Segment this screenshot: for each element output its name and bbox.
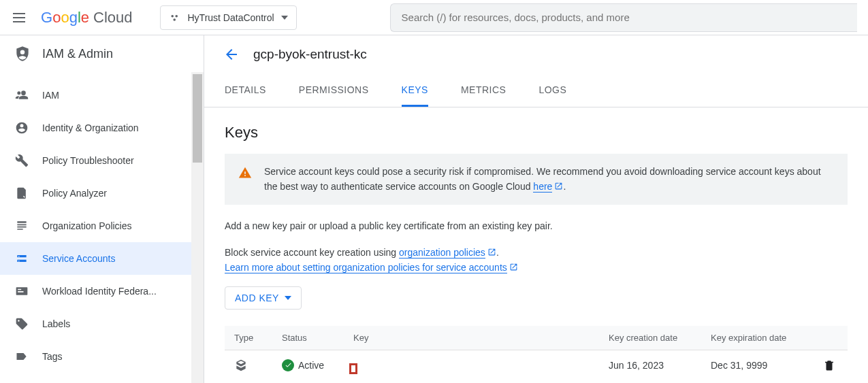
sidebar-item-workload-identity[interactable]: Workload Identity Federa... xyxy=(0,275,204,307)
tab-permissions[interactable]: PERMISSIONS xyxy=(299,75,369,107)
security-alert: Service account keys could pose a securi… xyxy=(225,154,848,205)
product-name: Cloud xyxy=(93,9,132,27)
col-created: Key creation date xyxy=(599,326,701,350)
status-value: Active xyxy=(298,360,324,371)
sidebar-item-iam[interactable]: IAM xyxy=(0,79,204,112)
sidebar-item-service-accounts[interactable]: Service Accounts xyxy=(0,242,204,275)
sidebar-item-tags[interactable]: Tags xyxy=(0,340,204,373)
col-type: Type xyxy=(225,326,272,350)
add-key-button[interactable]: ADD KEY xyxy=(225,286,302,310)
list-icon xyxy=(15,219,29,233)
col-key: Key xyxy=(344,326,599,350)
nav-label: Labels xyxy=(42,318,70,329)
here-link[interactable]: here xyxy=(533,181,552,193)
nav-label: Policy Troubleshooter xyxy=(42,155,134,166)
nav-label: Service Accounts xyxy=(42,253,115,264)
search-input[interactable] xyxy=(390,3,857,32)
project-name: HyTrust DataControl xyxy=(188,12,274,23)
google-cloud-logo[interactable]: Google Cloud xyxy=(41,9,133,27)
block-text: Block service account key creation using xyxy=(225,247,399,258)
person-circle-icon xyxy=(15,121,29,135)
tag-icon xyxy=(15,317,29,331)
add-key-label: ADD KEY xyxy=(235,293,279,303)
add-key-description: Add a new key pair or upload a public ke… xyxy=(225,218,848,233)
sidebar-item-labels[interactable]: Labels xyxy=(0,307,204,340)
learn-more-link[interactable]: Learn more about setting organization po… xyxy=(225,262,507,273)
col-expires: Key expiration date xyxy=(701,326,814,350)
nav-label: Workload Identity Federa... xyxy=(42,286,157,297)
project-icon xyxy=(169,12,181,24)
scrollbar[interactable] xyxy=(191,72,204,383)
external-link-icon xyxy=(487,248,496,256)
tab-logs[interactable]: LOGS xyxy=(539,75,566,107)
card-icon xyxy=(15,284,29,298)
nav-label: Tags xyxy=(42,351,63,362)
label-icon xyxy=(15,350,29,363)
keys-heading: Keys xyxy=(225,124,848,141)
sidebar-item-policy-analyzer[interactable]: Policy Analyzer xyxy=(0,177,204,210)
service-account-icon xyxy=(15,252,29,265)
svg-point-1 xyxy=(175,14,178,17)
col-status: Status xyxy=(272,326,344,350)
check-circle-icon xyxy=(282,359,294,371)
project-picker[interactable]: HyTrust DataControl xyxy=(160,5,297,30)
sidebar-item-identity[interactable]: Identity & Organization xyxy=(0,112,204,144)
external-link-icon xyxy=(554,182,563,190)
wrench-icon xyxy=(15,154,29,167)
svg-point-2 xyxy=(173,18,176,21)
keys-table: Type Status Key Key creation date Key ex… xyxy=(225,326,848,380)
nav-label: Policy Analyzer xyxy=(42,188,107,199)
nav-label: Organization Policies xyxy=(42,220,132,231)
nav-label: Identity & Organization xyxy=(42,122,139,133)
people-icon xyxy=(15,88,29,102)
tab-details[interactable]: DETAILS xyxy=(225,75,266,107)
tab-keys[interactable]: KEYS xyxy=(402,75,428,107)
delete-icon[interactable] xyxy=(823,359,835,371)
page-title: gcp-byok-entrust-kc xyxy=(253,47,367,62)
svg-point-0 xyxy=(171,14,174,17)
org-policies-link[interactable]: organization policies xyxy=(399,247,485,259)
chevron-down-icon xyxy=(285,296,291,300)
sidebar-item-org-policies[interactable]: Organization Policies xyxy=(0,210,204,242)
warning-icon xyxy=(238,166,252,180)
back-arrow-icon[interactable] xyxy=(223,46,240,63)
alert-text-1: Service account keys could pose a securi… xyxy=(264,166,794,177)
hamburger-menu-icon[interactable] xyxy=(11,10,27,26)
shield-icon xyxy=(14,45,31,63)
nav-label: IAM xyxy=(42,90,59,101)
key-type-icon xyxy=(234,359,248,372)
section-title: IAM & Admin xyxy=(42,47,113,61)
table-row: Active Jun 16, 2023 Dec 31, 9999 xyxy=(225,350,848,380)
sidebar-item-policy-troubleshooter[interactable]: Policy Troubleshooter xyxy=(0,144,204,177)
document-search-icon xyxy=(15,186,29,200)
chevron-down-icon xyxy=(281,16,288,20)
created-value: Jun 16, 2023 xyxy=(599,350,701,380)
tab-metrics[interactable]: METRICS xyxy=(461,75,507,107)
expires-value: Dec 31, 9999 xyxy=(701,350,814,380)
external-link-icon xyxy=(509,263,518,271)
